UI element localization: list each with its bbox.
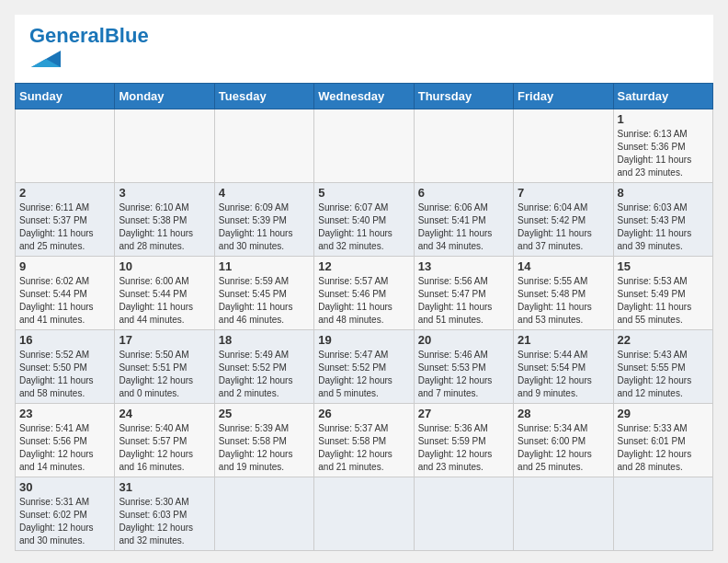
col-monday: Monday [115, 84, 214, 109]
day-info: Sunrise: 5:40 AM Sunset: 5:57 PM Dayligh… [119, 422, 210, 474]
calendar-row: 2Sunrise: 6:11 AM Sunset: 5:37 PM Daylig… [16, 183, 713, 257]
day-info: Sunrise: 5:43 AM Sunset: 5:55 PM Dayligh… [618, 349, 709, 400]
calendar-cell: 21Sunrise: 5:44 AM Sunset: 5:54 PM Dayli… [514, 330, 613, 404]
day-number: 14 [518, 259, 609, 273]
day-number: 1 [618, 112, 709, 126]
day-number: 2 [19, 186, 110, 200]
day-number: 4 [219, 186, 310, 200]
calendar-cell: 13Sunrise: 5:56 AM Sunset: 5:47 PM Dayli… [414, 257, 513, 330]
calendar-row: 9Sunrise: 6:02 AM Sunset: 5:44 PM Daylig… [16, 257, 713, 330]
day-number: 30 [19, 480, 110, 494]
logo-blue: Blue [105, 24, 149, 47]
logo-icon [31, 46, 61, 72]
calendar-cell [314, 477, 414, 551]
calendar-cell: 16Sunrise: 5:52 AM Sunset: 5:50 PM Dayli… [16, 330, 115, 404]
col-sunday: Sunday [16, 84, 115, 109]
day-info: Sunrise: 6:09 AM Sunset: 5:39 PM Dayligh… [219, 201, 310, 253]
day-number: 13 [418, 259, 509, 273]
day-number: 7 [518, 186, 609, 200]
calendar-cell [115, 109, 214, 183]
day-number: 17 [119, 333, 210, 347]
calendar-container: GeneralBlue Sunday Monday Tuesday Wednes… [15, 15, 713, 551]
calendar-cell: 28Sunrise: 5:34 AM Sunset: 6:00 PM Dayli… [514, 404, 613, 477]
day-info: Sunrise: 5:49 AM Sunset: 5:52 PM Dayligh… [219, 349, 310, 400]
calendar-cell: 25Sunrise: 5:39 AM Sunset: 5:58 PM Dayli… [214, 404, 313, 477]
calendar-cell [214, 477, 313, 551]
day-info: Sunrise: 6:03 AM Sunset: 5:43 PM Dayligh… [618, 201, 709, 253]
calendar-table: Sunday Monday Tuesday Wednesday Thursday… [15, 83, 713, 551]
day-number: 6 [418, 186, 509, 200]
day-info: Sunrise: 6:06 AM Sunset: 5:41 PM Dayligh… [418, 201, 509, 253]
calendar-cell: 4Sunrise: 6:09 AM Sunset: 5:39 PM Daylig… [214, 183, 313, 257]
day-info: Sunrise: 5:53 AM Sunset: 5:49 PM Dayligh… [618, 275, 709, 327]
day-number: 19 [318, 333, 409, 347]
day-info: Sunrise: 6:10 AM Sunset: 5:38 PM Dayligh… [119, 201, 210, 253]
day-number: 23 [19, 407, 110, 420]
calendar-cell: 26Sunrise: 5:37 AM Sunset: 5:58 PM Dayli… [314, 404, 414, 477]
day-number: 15 [618, 259, 709, 273]
calendar-cell [613, 477, 712, 551]
calendar-cell: 2Sunrise: 6:11 AM Sunset: 5:37 PM Daylig… [16, 183, 115, 257]
day-number: 22 [618, 333, 709, 347]
day-info: Sunrise: 5:57 AM Sunset: 5:46 PM Dayligh… [318, 275, 409, 327]
col-saturday: Saturday [613, 84, 712, 109]
day-number: 27 [418, 407, 509, 420]
day-number: 9 [19, 259, 110, 273]
calendar-cell: 29Sunrise: 5:33 AM Sunset: 6:01 PM Dayli… [613, 404, 712, 477]
calendar-cell: 14Sunrise: 5:55 AM Sunset: 5:48 PM Dayli… [514, 257, 613, 330]
day-number: 21 [518, 333, 609, 347]
day-number: 24 [119, 407, 210, 420]
calendar-cell [414, 109, 513, 183]
calendar-cell: 12Sunrise: 5:57 AM Sunset: 5:46 PM Dayli… [314, 257, 414, 330]
day-info: Sunrise: 5:46 AM Sunset: 5:53 PM Dayligh… [418, 349, 509, 400]
logo-text: GeneralBlue [29, 26, 149, 46]
day-number: 26 [318, 407, 409, 420]
col-thursday: Thursday [414, 84, 513, 109]
logo: GeneralBlue [29, 26, 149, 75]
day-info: Sunrise: 5:47 AM Sunset: 5:52 PM Dayligh… [318, 349, 409, 400]
day-number: 20 [418, 333, 509, 347]
day-info: Sunrise: 5:37 AM Sunset: 5:58 PM Dayligh… [318, 422, 409, 474]
calendar-cell [514, 477, 613, 551]
day-info: Sunrise: 5:30 AM Sunset: 6:03 PM Dayligh… [119, 496, 210, 547]
calendar-cell: 17Sunrise: 5:50 AM Sunset: 5:51 PM Dayli… [115, 330, 214, 404]
calendar-cell: 27Sunrise: 5:36 AM Sunset: 5:59 PM Dayli… [414, 404, 513, 477]
day-info: Sunrise: 6:00 AM Sunset: 5:44 PM Dayligh… [119, 275, 210, 327]
calendar-row: 30Sunrise: 5:31 AM Sunset: 6:02 PM Dayli… [16, 477, 713, 551]
day-number: 11 [219, 259, 310, 273]
calendar-row: 1Sunrise: 6:13 AM Sunset: 5:36 PM Daylig… [16, 109, 713, 183]
day-info: Sunrise: 5:44 AM Sunset: 5:54 PM Dayligh… [518, 349, 609, 400]
day-info: Sunrise: 5:55 AM Sunset: 5:48 PM Dayligh… [518, 275, 609, 327]
calendar-cell: 31Sunrise: 5:30 AM Sunset: 6:03 PM Dayli… [115, 477, 214, 551]
calendar-cell: 15Sunrise: 5:53 AM Sunset: 5:49 PM Dayli… [613, 257, 712, 330]
day-info: Sunrise: 5:33 AM Sunset: 6:01 PM Dayligh… [618, 422, 709, 474]
day-number: 25 [219, 407, 310, 420]
calendar-cell: 10Sunrise: 6:00 AM Sunset: 5:44 PM Dayli… [115, 257, 214, 330]
header: GeneralBlue [15, 15, 713, 83]
weekday-header-row: Sunday Monday Tuesday Wednesday Thursday… [16, 84, 713, 109]
day-info: Sunrise: 6:02 AM Sunset: 5:44 PM Dayligh… [19, 275, 110, 327]
day-info: Sunrise: 6:13 AM Sunset: 5:36 PM Dayligh… [618, 128, 709, 179]
calendar-cell: 20Sunrise: 5:46 AM Sunset: 5:53 PM Dayli… [414, 330, 513, 404]
calendar-cell: 30Sunrise: 5:31 AM Sunset: 6:02 PM Dayli… [16, 477, 115, 551]
calendar-cell: 23Sunrise: 5:41 AM Sunset: 5:56 PM Dayli… [16, 404, 115, 477]
day-info: Sunrise: 6:04 AM Sunset: 5:42 PM Dayligh… [518, 201, 609, 253]
calendar-cell: 5Sunrise: 6:07 AM Sunset: 5:40 PM Daylig… [314, 183, 414, 257]
calendar-cell [314, 109, 414, 183]
calendar-cell [414, 477, 513, 551]
col-tuesday: Tuesday [214, 84, 313, 109]
calendar-cell: 8Sunrise: 6:03 AM Sunset: 5:43 PM Daylig… [613, 183, 712, 257]
day-number: 10 [119, 259, 210, 273]
calendar-cell: 11Sunrise: 5:59 AM Sunset: 5:45 PM Dayli… [214, 257, 313, 330]
calendar-cell: 24Sunrise: 5:40 AM Sunset: 5:57 PM Dayli… [115, 404, 214, 477]
calendar-cell: 1Sunrise: 6:13 AM Sunset: 5:36 PM Daylig… [613, 109, 712, 183]
calendar-cell: 19Sunrise: 5:47 AM Sunset: 5:52 PM Dayli… [314, 330, 414, 404]
day-info: Sunrise: 5:41 AM Sunset: 5:56 PM Dayligh… [19, 422, 110, 474]
day-info: Sunrise: 6:11 AM Sunset: 5:37 PM Dayligh… [19, 201, 110, 253]
day-info: Sunrise: 5:56 AM Sunset: 5:47 PM Dayligh… [418, 275, 509, 327]
day-info: Sunrise: 5:50 AM Sunset: 5:51 PM Dayligh… [119, 349, 210, 400]
calendar-cell [16, 109, 115, 183]
calendar-row: 16Sunrise: 5:52 AM Sunset: 5:50 PM Dayli… [16, 330, 713, 404]
calendar-body: 1Sunrise: 6:13 AM Sunset: 5:36 PM Daylig… [16, 109, 713, 551]
day-number: 8 [618, 186, 709, 200]
